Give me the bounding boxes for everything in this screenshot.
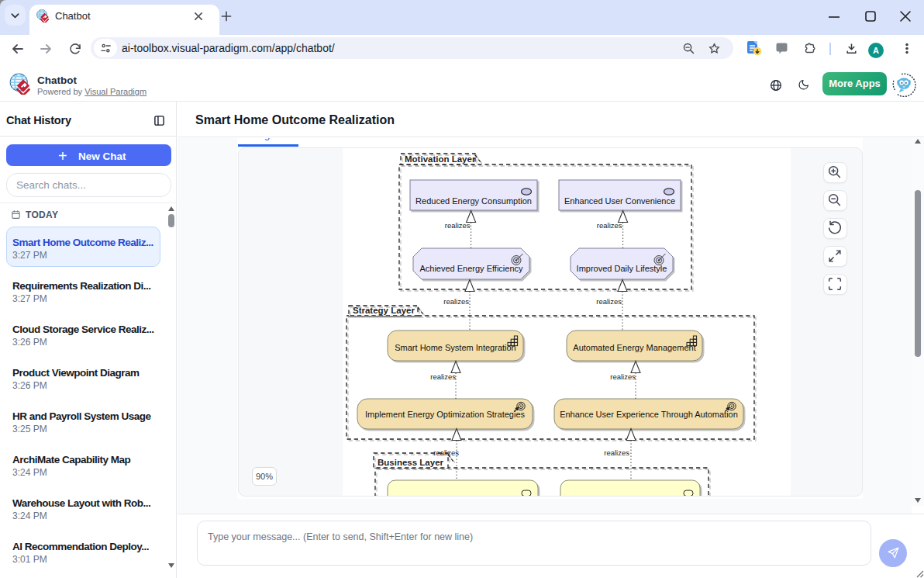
svg-text:realizes: realizes [433, 448, 459, 457]
svg-text:Strategy Layer: Strategy Layer [353, 306, 415, 315]
svg-text:Smart Home System Integration: Smart Home System Integration [395, 343, 516, 352]
svg-text:realizes: realizes [445, 221, 471, 230]
svg-text:realizes: realizes [597, 221, 622, 230]
svg-text:Automated Energy Management: Automated Energy Management [573, 343, 695, 352]
svg-text:Reduced Energy Consumption: Reduced Energy Consumption [415, 196, 532, 206]
svg-text:realizes: realizes [610, 372, 636, 381]
svg-text:Enhanced User Convenience: Enhanced User Convenience [564, 196, 675, 206]
svg-text:Improved Daily Lifestyle: Improved Daily Lifestyle [577, 264, 667, 273]
svg-text:Business Layer: Business Layer [378, 458, 444, 467]
svg-text:realizes: realizes [604, 448, 629, 457]
svg-text:Motivation Layer: Motivation Layer [405, 154, 476, 164]
svg-text:realizes: realizes [430, 372, 456, 381]
svg-text:realizes: realizes [596, 297, 622, 306]
svg-text:Implement Energy Optimization: Implement Energy Optimization Strategies [365, 410, 526, 419]
svg-text:Achieved Energy Efficiency: Achieved Energy Efficiency [419, 264, 523, 273]
svg-text:realizes: realizes [443, 297, 469, 306]
svg-text:Enhance User Experience Throug: Enhance User Experience Through Automati… [560, 410, 738, 419]
